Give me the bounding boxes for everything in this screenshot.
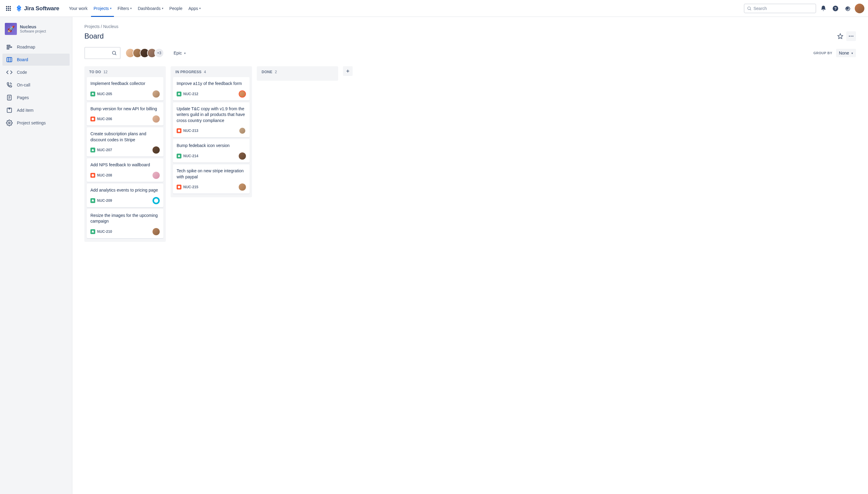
board: TO DO 12 Implement feedback collector NU… <box>85 66 856 242</box>
avatar-more[interactable]: +3 <box>154 48 164 58</box>
card-key: NUC-213 <box>183 129 198 133</box>
issue-card[interactable]: Add NPS feedback to wallboard NUC-208 <box>87 158 163 182</box>
breadcrumb-projects[interactable]: Projects <box>85 24 100 29</box>
sidebar-item-oncall[interactable]: On-call <box>2 79 70 91</box>
breadcrumb: Projects / Nucleus <box>85 24 856 29</box>
project-header[interactable]: 🚀 Nucleus Software project <box>2 23 70 40</box>
sidebar-item-add[interactable]: Add item <box>2 104 70 116</box>
svg-point-0 <box>748 7 751 10</box>
card-title: Create subscription plans and discount c… <box>90 131 160 143</box>
assignee-avatar[interactable] <box>152 146 160 154</box>
issue-card[interactable]: Bump fedeback icon version NUC-214 <box>173 139 250 163</box>
card-title: Improve a11y of the feedback form <box>177 81 246 87</box>
svg-marker-19 <box>838 34 843 39</box>
nav-label: Dashboards <box>138 6 161 11</box>
nav-label: People <box>169 6 183 11</box>
assignee-avatar[interactable] <box>152 197 160 204</box>
card-key: NUC-212 <box>183 92 198 96</box>
profile-avatar[interactable] <box>855 4 864 13</box>
board-icon <box>6 56 13 63</box>
bug-icon <box>177 128 181 133</box>
card-title: Tech spike on new stripe integration wit… <box>177 168 246 180</box>
column-done[interactable]: DONE 2 <box>257 66 338 81</box>
sidebar-item-board[interactable]: Board <box>2 54 70 66</box>
card-title: Bump version for new API for billing <box>90 106 160 112</box>
card-key: NUC-215 <box>183 185 198 189</box>
nav-your-work[interactable]: Your work <box>67 4 90 13</box>
issue-card[interactable]: Add analytics events to pricing page NUC… <box>87 184 163 207</box>
column-title: DONE <box>262 70 273 74</box>
story-icon <box>177 92 181 96</box>
breadcrumb-current[interactable]: Nucleus <box>103 24 118 29</box>
roadmap-icon <box>6 44 13 50</box>
column-title: TO DO <box>89 70 101 74</box>
global-search[interactable] <box>744 4 816 13</box>
epic-filter[interactable]: Epic ▾ <box>171 49 188 57</box>
issue-card[interactable]: Create subscription plans and discount c… <box>87 128 163 157</box>
story-icon <box>90 198 95 203</box>
assignee-avatar[interactable] <box>152 90 160 98</box>
apps-grid-icon <box>6 6 11 11</box>
nav-filters[interactable]: Filters▾ <box>115 4 134 13</box>
card-title: Implement feedback collector <box>90 81 160 87</box>
board-search[interactable] <box>85 47 121 59</box>
column-inprogress[interactable]: IN PROGRESS 4 Improve a11y of the feedba… <box>171 66 252 197</box>
search-icon <box>747 6 752 11</box>
sidebar-item-settings[interactable]: Project settings <box>2 117 70 129</box>
search-input[interactable] <box>754 6 813 11</box>
help-button[interactable]: ? <box>831 4 840 13</box>
sidebar-item-roadmap[interactable]: Roadmap <box>2 41 70 53</box>
logo-text: Jira Software <box>24 5 59 12</box>
star-icon <box>837 33 843 39</box>
card-title: Add NPS feedback to wallboard <box>90 162 160 168</box>
project-name: Nucleus <box>20 24 46 29</box>
nav-apps[interactable]: Apps▾ <box>186 4 203 13</box>
assignee-avatar[interactable] <box>239 90 246 98</box>
add-item-icon <box>6 107 13 114</box>
assignee-avatar[interactable] <box>152 228 160 235</box>
issue-card[interactable]: Tech spike on new stripe integration wit… <box>173 165 250 194</box>
assignee-avatar[interactable] <box>152 115 160 122</box>
sidebar-item-pages[interactable]: Pages <box>2 92 70 103</box>
bug-icon <box>177 185 181 189</box>
settings-button[interactable] <box>843 4 852 13</box>
star-button[interactable] <box>835 31 845 41</box>
search-icon <box>112 50 117 56</box>
issue-card[interactable]: Resize the images for the upcoming campa… <box>87 209 163 238</box>
story-icon <box>90 229 95 234</box>
app-switcher-button[interactable] <box>4 4 13 13</box>
svg-point-23 <box>112 51 116 55</box>
sidebar-item-label: On-call <box>17 82 30 87</box>
svg-point-22 <box>852 36 853 36</box>
group-by-value: None <box>839 51 849 55</box>
assignee-avatar[interactable] <box>239 127 246 134</box>
issue-card[interactable]: Update T&C copy with v1.9 from the write… <box>173 102 250 138</box>
assignee-avatar[interactable] <box>239 152 246 160</box>
sidebar-item-code[interactable]: Code <box>2 66 70 78</box>
nav-label: Projects <box>93 6 109 11</box>
pages-icon <box>6 94 13 101</box>
nav-people[interactable]: People <box>167 4 185 13</box>
column-todo[interactable]: TO DO 12 Implement feedback collector NU… <box>85 66 166 242</box>
issue-card[interactable]: Improve a11y of the feedback form NUC-21… <box>173 77 250 101</box>
assignee-avatar[interactable] <box>239 184 246 191</box>
svg-point-20 <box>849 36 850 36</box>
chevron-down-icon: ▾ <box>184 52 186 55</box>
nav-dashboards[interactable]: Dashboards▾ <box>135 4 166 13</box>
add-column-button[interactable] <box>343 66 353 76</box>
issue-card[interactable]: Implement feedback collector NUC-205 <box>87 77 163 101</box>
chevron-down-icon: ▾ <box>110 7 112 10</box>
issue-card[interactable]: Bump version for new API for billing NUC… <box>87 102 163 126</box>
top-nav: Jira Software Your work Projects▾ Filter… <box>0 0 868 17</box>
more-button[interactable] <box>846 31 856 41</box>
svg-line-24 <box>115 54 116 55</box>
assignee-filter[interactable]: +3 <box>125 48 164 58</box>
notifications-button[interactable] <box>818 4 828 13</box>
column-title: IN PROGRESS <box>176 70 202 74</box>
nav-projects[interactable]: Projects▾ <box>91 4 114 13</box>
group-by-dropdown[interactable]: None ▾ <box>836 49 856 57</box>
card-key: NUC-209 <box>97 198 112 203</box>
jira-logo[interactable]: Jira Software <box>16 5 59 12</box>
assignee-avatar[interactable] <box>152 172 160 179</box>
nav-label: Your work <box>69 6 88 11</box>
